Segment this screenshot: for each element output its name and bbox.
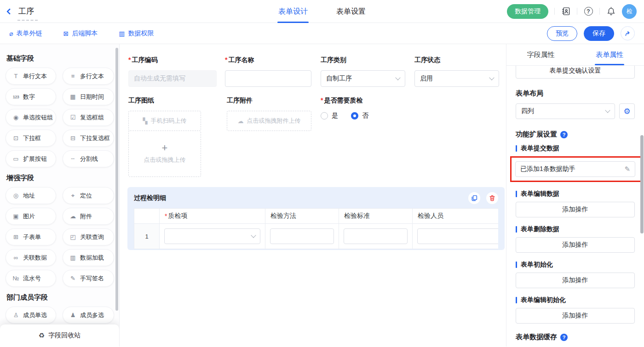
add-action-button[interactable]: 添加操作 [516, 202, 635, 217]
tab-field-properties[interactable]: 字段属性 [506, 44, 575, 65]
row-index: 1 [134, 224, 160, 249]
palette-field-item[interactable]: ☁附件 [63, 208, 114, 225]
palette-field-item[interactable]: ☑复选框组 [63, 109, 114, 126]
palette-field-item[interactable]: №流水号 [6, 270, 56, 287]
field-process-name[interactable]: *工序名称 [225, 56, 311, 87]
panel-section: 表单提交数据已添加1条数据助手✎ [516, 144, 635, 182]
field-process-category[interactable]: 工序类别 自制工序 [321, 56, 405, 87]
header-tabs: 表单设计 表单设置 [278, 0, 366, 23]
scan-upload-zone[interactable]: ▚ 手机扫码上传 [128, 111, 201, 131]
process-status-select[interactable]: 启用 [414, 70, 499, 87]
copy-row-button[interactable] [468, 192, 480, 204]
palette-field-label: 手写签名 [80, 274, 104, 283]
plus-icon: + [162, 144, 168, 152]
cell-text-input[interactable] [417, 228, 498, 244]
column-header: 检验标准 [339, 209, 413, 224]
palette-field-item[interactable]: ⊡下拉框 [6, 130, 56, 147]
panel-scrollbar[interactable] [640, 135, 644, 233]
palette-field-item[interactable]: ◎地址 [6, 187, 56, 204]
palette-field-item[interactable]: ⊞子表单 [6, 228, 56, 245]
add-action-button[interactable]: 添加操作 [516, 308, 635, 324]
divider [599, 8, 600, 15]
palette-group-title: 部门成员字段 [6, 293, 114, 302]
help-badge-icon[interactable]: ? [560, 334, 568, 341]
form-canvas: *工序编码 自动生成无需填写 *工序名称 工序类别 自制工序 工序状态 启用 工… [120, 44, 506, 347]
sidebar-scrollbar[interactable] [115, 48, 118, 311]
form-layout-select[interactable]: 四列 [516, 103, 615, 119]
layout-settings-button[interactable]: ⚙ [619, 103, 635, 119]
add-action-button[interactable]: 添加操作 [516, 237, 635, 253]
save-button[interactable]: 保存 [584, 26, 614, 41]
required-star: * [165, 212, 167, 220]
divider [577, 8, 577, 15]
tab-form-design[interactable]: 表单设计 [278, 0, 308, 23]
attachment-upload-zone[interactable]: ☁ 点击或拖拽附件上传 [227, 111, 311, 131]
data-permission-link[interactable]: ▥ 数据权限 [119, 29, 154, 38]
process-category-select[interactable]: 自制工序 [321, 70, 405, 87]
image-icon: ▣ [12, 213, 20, 220]
palette-field-label: 附件 [80, 212, 92, 221]
back-nav[interactable]: 工序 [7, 6, 35, 17]
cell-select-input[interactable] [164, 228, 260, 244]
member-single-icon: ♙ [12, 312, 20, 319]
preview-button[interactable]: 预览 [547, 26, 577, 41]
process-code-input[interactable]: 自动生成无需填写 [128, 70, 217, 87]
palette-field-item[interactable]: ≡多行文本 [63, 68, 114, 85]
section-title: 表单编辑初始化 [516, 296, 635, 304]
palette-field-item[interactable]: ▭扩展按钮 [6, 150, 56, 167]
palette-field-item[interactable]: ▦日期时间 [63, 88, 114, 105]
delete-subtable-button[interactable] [486, 192, 498, 204]
radio-unchecked-icon [321, 112, 328, 119]
palette-field-item[interactable]: 123数字 [6, 88, 56, 105]
tab-form-settings[interactable]: 表单设置 [336, 0, 366, 23]
process-name-input[interactable] [225, 70, 311, 87]
palette-field-item[interactable]: ◉单选按钮组 [6, 109, 56, 126]
field-process-code[interactable]: *工序编码 自动生成无需填写 [128, 56, 217, 87]
form-external-link[interactable]: ⌀ 表单外链 [9, 29, 42, 38]
help-badge-icon[interactable]: ? [560, 131, 568, 138]
qr-code-icon: ▚ [143, 118, 148, 125]
avatar[interactable]: 检 [622, 4, 637, 19]
radio-no[interactable]: 否 [351, 112, 368, 120]
cell-text-input[interactable] [344, 228, 408, 244]
palette-field-item[interactable]: ⊟下拉复选框 [63, 130, 114, 147]
palette-field-item[interactable]: ♙成员单选 [6, 307, 56, 324]
backend-script-icon: ⊠ [63, 30, 69, 37]
palette-field-item[interactable]: ▣图片 [6, 208, 56, 225]
copy-icon [471, 195, 477, 201]
notification-bell-icon[interactable] [606, 6, 616, 17]
palette-field-label: 图片 [23, 212, 35, 221]
palette-field-item[interactable]: ◰关联查询 [63, 228, 114, 245]
drag-upload-zone[interactable]: + 点击或拖拽上传 [128, 131, 201, 177]
submit-data-value[interactable]: 已添加1条数据助手✎ [515, 161, 635, 177]
palette-field-item[interactable]: ∞关联数据 [6, 249, 56, 266]
number-icon: 123 [12, 95, 20, 99]
palette-field-item[interactable]: ♟成员多选 [63, 307, 114, 324]
subform-icon: ⊞ [12, 233, 20, 240]
data-manage-button[interactable]: 数据管理 [507, 4, 548, 19]
tab-form-properties[interactable]: 表单属性 [575, 44, 644, 65]
radio-checked-icon [351, 112, 358, 119]
field-recycle-bin[interactable]: ♻ 字段回收站 [0, 324, 119, 347]
page-title[interactable]: 工序 [17, 6, 35, 17]
radio-yes[interactable]: 是 [321, 112, 338, 120]
palette-field-item[interactable]: ╌分割线 [63, 150, 114, 167]
help-icon[interactable]: ? [583, 6, 593, 17]
section-accent-bar [516, 191, 517, 197]
submit-confirm-settings-button[interactable]: 表单提交确认设置 [516, 66, 635, 79]
palette-field-item[interactable]: ⌖定位 [63, 187, 114, 204]
cell-text-input[interactable] [270, 228, 334, 244]
edit-icon[interactable]: ✎ [624, 165, 630, 173]
section-title: 表单初始化 [516, 261, 635, 269]
contact-book-icon[interactable] [561, 6, 571, 17]
add-action-button[interactable]: 添加操作 [516, 273, 635, 288]
backend-script-link[interactable]: ⊠ 后端脚本 [63, 29, 98, 38]
multi-select-icon: ⊟ [69, 135, 77, 142]
extend-button-icon: ▭ [12, 155, 20, 162]
column-header: 检验人员 [413, 209, 498, 224]
palette-field-item[interactable]: ▥数据加载 [63, 249, 114, 266]
palette-field-item[interactable]: ✎手写签名 [63, 270, 114, 287]
palette-field-item[interactable]: T单行文本 [6, 68, 56, 85]
share-button[interactable] [621, 26, 635, 40]
field-process-status[interactable]: 工序状态 启用 [414, 56, 499, 87]
